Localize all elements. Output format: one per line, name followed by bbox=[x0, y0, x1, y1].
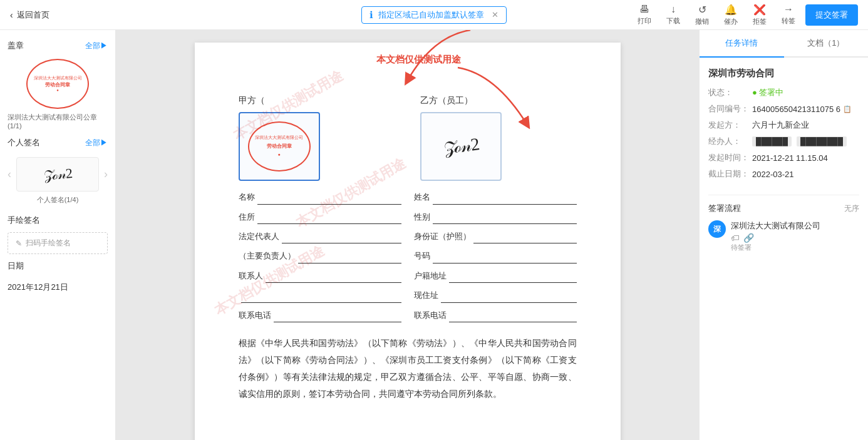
field-label-phone-a: 联系电话 bbox=[239, 308, 271, 322]
back-arrow-icon: ‹ bbox=[10, 10, 13, 20]
urge-button[interactable]: 🔔 催办 bbox=[719, 1, 743, 29]
deadline-value: 2022-03-21 bbox=[752, 168, 794, 180]
field-line-phone-a bbox=[274, 310, 401, 322]
reject-icon: ❌ bbox=[753, 4, 766, 16]
date-label: 日期 bbox=[8, 260, 24, 272]
contract-no-row: 合同编号： 164005650421311075 6 📋 bbox=[708, 103, 859, 115]
handler-value: ██████ ████████ bbox=[752, 136, 847, 147]
info-icon: ℹ bbox=[369, 9, 373, 21]
form-field-gender: 性别 bbox=[414, 210, 577, 224]
task-detail: 深圳市劳动合同 状态： ● 签署中 合同编号： 1640056504213110… bbox=[700, 58, 868, 195]
field-line-main-person bbox=[298, 251, 401, 263]
form-field-id-num: 号码 bbox=[414, 248, 577, 263]
party-a-label: 甲方（ bbox=[239, 93, 265, 108]
status-row: 状态： ● 签署中 bbox=[708, 87, 859, 98]
date-value: 2021年12月21日 bbox=[8, 279, 108, 295]
field-label-huji: 户籍地址 bbox=[414, 269, 447, 283]
forward-icon: → bbox=[783, 4, 793, 15]
form-field-contact: 联系人 bbox=[239, 269, 401, 283]
submit-sign-button[interactable]: 提交签署 bbox=[805, 4, 858, 26]
copy-contract-no-button[interactable]: 📋 bbox=[843, 105, 852, 113]
tab-documents[interactable]: 文档（1） bbox=[784, 30, 869, 58]
company-seal-dot: ● bbox=[277, 151, 280, 159]
handwrite-section: ✎ 扫码手绘签名 bbox=[0, 230, 115, 257]
field-line-id-num bbox=[433, 251, 577, 263]
field-label-name: 名称 bbox=[239, 190, 255, 204]
form-row-4: （主要负责人） 号码 bbox=[239, 248, 577, 263]
company-seal-top-text: 深圳法大大测试有限公司 bbox=[255, 134, 303, 142]
field-label-id-num: 号码 bbox=[414, 248, 430, 263]
field-line-empty bbox=[241, 290, 401, 303]
seal-all-button[interactable]: 全部▶ bbox=[85, 41, 108, 51]
notification-center: ℹ 指定区域已自动加盖默认签章 ✕ bbox=[361, 6, 507, 24]
seal-thumbnail: 深圳法大大测试有限公司 劳动合同章 ● 深圳法大大测试有限公司公章(1/1) bbox=[0, 55, 115, 133]
personal-sig-section: ‹ 𝒵ℴ𝓃2 › 个人签名(1/4) bbox=[0, 152, 115, 211]
field-label-address: 住所 bbox=[239, 210, 255, 224]
reject-button[interactable]: ❌ 拒签 bbox=[748, 1, 772, 29]
deadline-key: 截止日期： bbox=[708, 168, 752, 180]
send-time-row: 发起时间： 2021-12-21 11.15.04 bbox=[708, 152, 859, 163]
company-seal-mid-text: 劳动合同章 bbox=[267, 142, 292, 151]
field-line-legal-rep bbox=[282, 231, 401, 243]
revoke-button[interactable]: ↺ 撤销 bbox=[690, 1, 714, 29]
field-line-surname bbox=[433, 192, 577, 205]
print-icon: 🖶 bbox=[639, 4, 649, 15]
sig-handwriting: 𝒵ℴ𝓃2 bbox=[42, 165, 73, 183]
status-key: 状态： bbox=[708, 87, 752, 98]
contract-title: 深圳市劳动合同 bbox=[708, 68, 859, 79]
personal-sig-section-header: 个人签名 全部▶ bbox=[0, 133, 115, 152]
form-field-phone-a: 联系电话 bbox=[239, 308, 401, 322]
tab-task-detail[interactable]: 任务详情 bbox=[700, 30, 784, 58]
contract-no-value: 164005650421311075 6 📋 bbox=[752, 103, 852, 115]
sig-next-button[interactable]: › bbox=[101, 168, 110, 181]
doc-parties: 甲方（ 深圳法大大测试有限公司 劳动合同章 ● 乙方（员工） 𝒵ℴ� bbox=[239, 93, 577, 183]
notification-close-button[interactable]: ✕ bbox=[492, 10, 499, 19]
right-tabs: 任务详情 文档（1） bbox=[700, 30, 868, 58]
toolbar-actions: 🖶 打印 ↓ 下载 ↺ 撤销 🔔 催办 ❌ 拒签 → 转签 提交签署 bbox=[633, 1, 858, 29]
party-a-stamp-area: 深圳法大大测试有限公司 劳动合同章 ● bbox=[239, 112, 320, 181]
form-field-huji: 户籍地址 bbox=[414, 269, 577, 283]
party-a-box: 甲方（ 深圳法大大测试有限公司 劳动合同章 ● bbox=[239, 93, 395, 183]
flow-avatar-0: 深 bbox=[708, 220, 726, 238]
sig-count-label: 个人签名(1/4) bbox=[0, 194, 115, 208]
field-label-surname: 姓名 bbox=[414, 190, 430, 204]
contract-body-para: 根据《中华人民共和国劳动法》（以下简称《劳动法》）、《中华人民共和国劳动合同法》… bbox=[239, 335, 577, 402]
field-line-contact bbox=[266, 270, 401, 283]
revoke-icon: ↺ bbox=[698, 4, 706, 16]
form-field-main-person: （主要负责人） bbox=[239, 248, 401, 263]
field-label-id: 身份证（护照） bbox=[414, 229, 471, 243]
flow-link-icon-0[interactable]: 🔗 bbox=[743, 233, 754, 243]
sig-display[interactable]: 𝒵ℴ𝓃2 bbox=[16, 157, 99, 192]
main-content: 盖章 全部▶ 深圳法大大测试有限公司 劳动合同章 ● 深圳法大大测试有限公司公章… bbox=[0, 30, 868, 440]
sign-flow-title: 签署流程 bbox=[708, 203, 741, 214]
handler-row: 经办人： ██████ ████████ bbox=[708, 136, 859, 147]
sign-flow-header: 签署流程 无序 bbox=[708, 195, 859, 214]
form-field-phone-b: 联系电话 bbox=[414, 308, 577, 322]
seal-section-label: 盖章 bbox=[8, 40, 24, 51]
doc-area: 本文档仅供测试用途 本文档仅供测试用途 本文档仅供测试用途 本文档仅供测试用途 … bbox=[116, 30, 699, 440]
field-line-gender bbox=[433, 212, 577, 224]
back-button[interactable]: ‹ 返回首页 bbox=[10, 9, 49, 21]
handwrite-placeholder: 扫码手绘签名 bbox=[26, 238, 71, 248]
flow-sign-icon-0[interactable]: 🏷 bbox=[731, 233, 740, 243]
field-label-main-person: （主要负责人） bbox=[239, 248, 296, 263]
seal-top-text: 深圳法大大测试有限公司 bbox=[34, 76, 82, 81]
date-section: 2021年12月21日 bbox=[0, 275, 115, 299]
download-button[interactable]: ↓ 下载 bbox=[661, 1, 685, 28]
form-field-current-addr: 现住址 bbox=[414, 288, 577, 302]
send-time-value: 2021-12-21 11.15.04 bbox=[752, 152, 828, 163]
personal-sig-all-button[interactable]: 全部▶ bbox=[85, 138, 108, 148]
left-sidebar: 盖章 全部▶ 深圳法大大测试有限公司 劳动合同章 ● 深圳法大大测试有限公司公章… bbox=[0, 30, 116, 440]
party-b-box: 乙方（员工） 𝒵ℴ𝓃2 bbox=[420, 93, 577, 183]
form-field-surname: 姓名 bbox=[414, 190, 577, 204]
form-row-6: 现住址 bbox=[239, 288, 577, 302]
handwrite-scan-button[interactable]: ✎ 扫码手绘签名 bbox=[8, 232, 108, 254]
print-button[interactable]: 🖶 打印 bbox=[633, 1, 656, 28]
sig-prev-button[interactable]: ‹ bbox=[5, 168, 14, 181]
field-label-current-addr: 现住址 bbox=[414, 288, 438, 302]
personal-sig-label: 个人签名 bbox=[8, 137, 40, 148]
forward-button[interactable]: → 转签 bbox=[777, 1, 800, 28]
sign-flow-section: 签署流程 无序 深 深圳法大大测试有限公司 🏷 🔗 待签署 bbox=[700, 195, 868, 267]
notification-bar: ℹ 指定区域已自动加盖默认签章 ✕ bbox=[361, 6, 507, 24]
seal-label: 深圳法大大测试有限公司公章(1/1) bbox=[8, 113, 108, 130]
